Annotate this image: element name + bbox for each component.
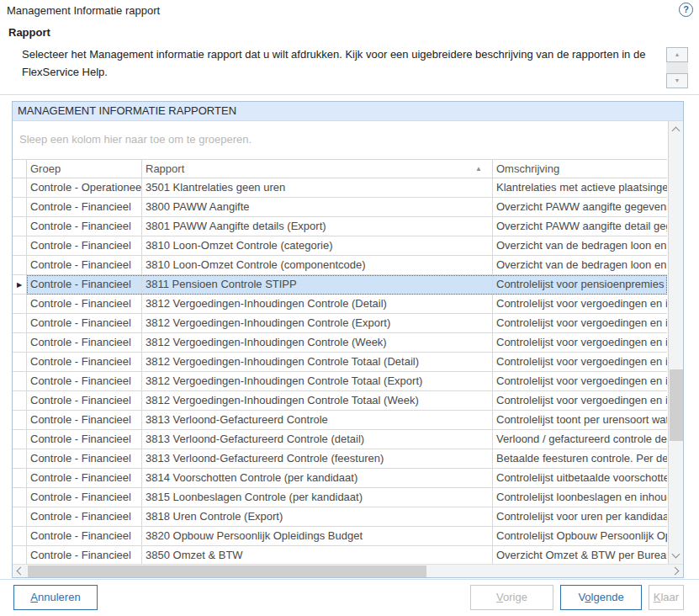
cell-groep: Controle - Financieel — [27, 527, 142, 546]
cell-omschrijving: Controlelijst voor uren per kandidaat — [493, 507, 667, 527]
cell-omschrijving: Controlelijst Opbouw Persoonlijk Opl — [493, 527, 667, 546]
column-header-groep[interactable]: Groep — [27, 160, 142, 178]
row-pointer-icon — [13, 527, 27, 546]
row-pointer-icon — [13, 488, 27, 507]
cell-groep: Controle - Financieel — [27, 411, 142, 430]
cell-groep: Controle - Financieel — [27, 391, 142, 411]
vertical-scrollbar-thumb[interactable] — [670, 369, 683, 441]
chevron-up-icon[interactable] — [672, 127, 680, 135]
grid-column-headers: Groep Rapport ▲ Omschrijving — [13, 159, 667, 178]
cell-groep: Controle - Financieel — [27, 353, 142, 372]
description-scrollbar-track[interactable] — [666, 62, 688, 73]
cell-groep: Controle - Financieel — [27, 275, 142, 295]
grid-title: MANAGEMENT INFORMATIE RAPPORTEN — [13, 102, 683, 121]
cell-omschrijving: Overzicht PAWW aangifte detail gege — [493, 217, 667, 236]
scroll-up-icon[interactable]: ▲ — [666, 47, 688, 62]
description-text: Selecteer het Management informatie rapp… — [22, 45, 654, 81]
cell-omschrijving: Controlelijst voor vergoedingen en in — [493, 372, 667, 391]
cell-omschrijving: Overzicht van de bedragen loon en o — [493, 236, 667, 256]
row-pointer-icon — [13, 449, 27, 469]
cell-groep: Controle - Financieel — [27, 236, 142, 256]
cell-rapport: 3812 Vergoedingen-Inhoudingen Controle (… — [142, 314, 493, 333]
table-row[interactable]: Controle - Financieel 3800 PAWW Aangifte… — [13, 198, 667, 217]
volgende-button[interactable]: Volgende — [560, 585, 642, 610]
table-row[interactable]: Controle - Financieel 3810 Loon-Omzet Co… — [13, 236, 667, 256]
annuleren-button[interactable]: Annuleren — [13, 585, 98, 610]
table-row[interactable]: Controle - Financieel 3813 Verloond-Gefa… — [13, 449, 667, 469]
column-header-omschrijving[interactable]: Omschrijving — [493, 160, 667, 178]
page-title: Management Informatie rapport — [7, 4, 160, 17]
horizontal-scrollbar-thumb[interactable] — [28, 566, 426, 577]
column-header-rapport[interactable]: Rapport ▲ — [142, 160, 493, 178]
help-icon[interactable]: ? — [679, 3, 693, 17]
wizard-window: Management Informatie rapport ? Rapport … — [0, 0, 699, 616]
cell-rapport: 3813 Verloond-Gefactureerd Controle (fee… — [142, 449, 493, 469]
scroll-down-icon[interactable]: ▼ — [666, 73, 688, 88]
row-pointer-icon — [13, 178, 27, 198]
cell-rapport: 3815 Loonbeslagen Controle (per kandidaa… — [142, 488, 493, 507]
table-row[interactable]: Controle - Financieel 3812 Vergoedingen-… — [13, 295, 667, 314]
cell-groep: Controle - Financieel — [27, 507, 142, 527]
table-row[interactable]: Controle - Financieel 3812 Vergoedingen-… — [13, 333, 667, 353]
cell-omschrijving: Controlelijst voor vergoedingen en in — [493, 314, 667, 333]
cell-rapport: 3813 Verloond-Gefactureerd Controle (det… — [142, 430, 493, 449]
vertical-scrollbar[interactable] — [668, 121, 683, 564]
table-row[interactable]: Controle - Financieel 3813 Verloond-Gefa… — [13, 411, 667, 430]
footer-divider — [0, 579, 699, 580]
cell-rapport: 3501 Klantrelaties geen uren — [142, 178, 493, 198]
table-row[interactable]: Controle - Financieel 3814 Voorschotten … — [13, 469, 667, 488]
table-row[interactable]: Controle - Financieel 3813 Verloond-Gefa… — [13, 430, 667, 449]
cell-omschrijving: Controlelijst voor vergoedingen en in — [493, 353, 667, 372]
cell-rapport: 3801 PAWW Aangifte details (Export) — [142, 217, 493, 236]
report-grid-panel: MANAGEMENT INFORMATIE RAPPORTEN Sleep ee… — [12, 101, 684, 578]
table-row[interactable]: Controle - Financieel 3818 Uren Controle… — [13, 507, 667, 527]
cell-rapport: 3800 PAWW Aangifte — [142, 198, 493, 217]
cell-rapport: 3812 Vergoedingen-Inhoudingen Controle T… — [142, 391, 493, 411]
column-header-label: Omschrijving — [496, 160, 559, 178]
section-title: Rapport — [8, 26, 50, 39]
cell-rapport: 3814 Voorschotten Controle (per kandidaa… — [142, 469, 493, 488]
row-pointer-icon — [13, 295, 27, 314]
table-row[interactable]: Controle - Financieel 3810 Loon-Omzet Co… — [13, 256, 667, 275]
row-pointer-icon — [13, 333, 27, 353]
cell-groep: Controle - Financieel — [27, 333, 142, 353]
horizontal-scrollbar[interactable] — [13, 564, 683, 577]
group-by-dropzone[interactable]: Sleep een kolom hier naar toe om te groe… — [13, 121, 683, 158]
cell-groep: Controle - Financieel — [27, 217, 142, 236]
table-row[interactable]: Controle - Financieel 3815 Loonbeslagen … — [13, 488, 667, 507]
table-row[interactable]: ▶ Controle - Financieel 3811 Pensioen Co… — [13, 275, 667, 295]
table-row[interactable]: Controle - Financieel 3801 PAWW Aangifte… — [13, 217, 667, 236]
cell-groep: Controle - Financieel — [27, 256, 142, 275]
cell-groep: Controle - Financieel — [27, 314, 142, 333]
cell-omschrijving: Controlelijst voor pensioenpremies p — [493, 275, 667, 295]
cell-omschrijving: Overzicht Omzet & BTW per Bureau — [493, 546, 667, 566]
row-pointer-icon — [13, 314, 27, 333]
table-row[interactable]: Controle - Financieel 3812 Vergoedingen-… — [13, 372, 667, 391]
vorige-button[interactable]: Vorige — [470, 585, 553, 610]
sort-asc-icon: ▲ — [475, 160, 482, 178]
cell-rapport: 3811 Pensioen Controle STIPP — [142, 275, 493, 295]
table-row[interactable]: Controle - Financieel 3812 Vergoedingen-… — [13, 353, 667, 372]
chevron-right-icon[interactable] — [671, 567, 680, 576]
description-scrollbar[interactable]: ▲ ▼ — [666, 47, 688, 88]
table-row[interactable]: Controle - Financieel 3812 Vergoedingen-… — [13, 391, 667, 411]
cell-omschrijving: Verloond / gefactureerd controle det — [493, 430, 667, 449]
chevron-left-icon[interactable] — [17, 567, 25, 576]
table-row[interactable]: Controle - Financieel 3812 Vergoedingen-… — [13, 314, 667, 333]
klaar-button[interactable]: Klaar — [649, 585, 684, 610]
row-pointer-icon — [13, 353, 27, 372]
column-header-label: Rapport — [146, 160, 184, 178]
cell-omschrijving: Controlelijst loonbeslagen en inhoud — [493, 488, 667, 507]
chevron-down-icon[interactable] — [672, 550, 680, 559]
cell-groep: Controle - Financieel — [27, 295, 142, 314]
table-row[interactable]: Controle - Operationeel 3501 Klantrelati… — [13, 178, 667, 198]
column-header-indicator — [13, 160, 27, 178]
table-row[interactable]: Controle - Financieel 3850 Omzet & BTW O… — [13, 546, 667, 566]
cell-rapport: 3850 Omzet & BTW — [142, 546, 493, 566]
row-pointer-icon — [13, 391, 27, 411]
cell-omschrijving: Overzicht van de bedragen loon en o — [493, 256, 667, 275]
cell-groep: Controle - Financieel — [27, 546, 142, 566]
cell-omschrijving: Controlelijst voor vergoedingen en in — [493, 391, 667, 411]
cell-rapport: 3812 Vergoedingen-Inhoudingen Controle (… — [142, 295, 493, 314]
table-row[interactable]: Controle - Financieel 3820 Opbouw Persoo… — [13, 527, 667, 546]
